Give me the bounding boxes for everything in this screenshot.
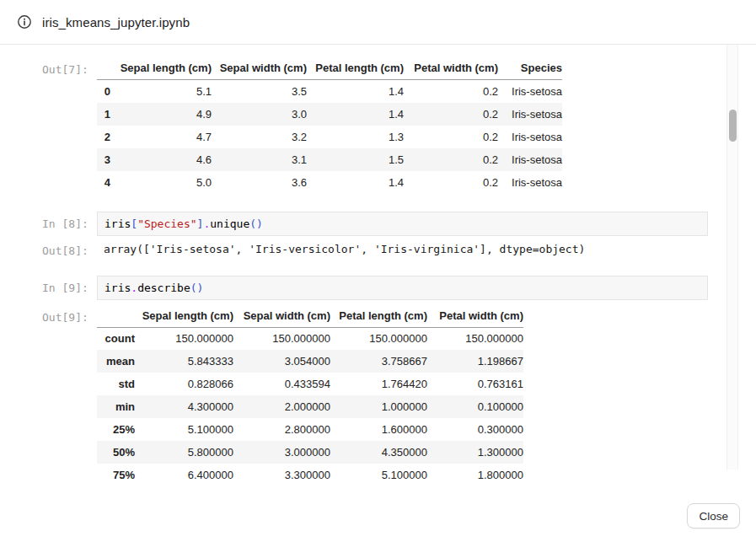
row-index: 50%: [97, 441, 135, 464]
column-header: [97, 307, 135, 328]
column-header: Petal length (cm): [330, 307, 427, 328]
table-cell: 0.2: [404, 126, 498, 148]
table-cell: 0.100000: [427, 395, 523, 418]
table-row: std0.8280660.4335941.7644200.763161: [97, 373, 523, 395]
table-cell: 0.300000: [427, 418, 523, 441]
cell-out7: Out[7]: Sepal length (cm)Sepal width (cm…: [42, 59, 725, 194]
output-prompt: Out[7]:: [42, 59, 97, 76]
table-row: mean5.8433333.0540003.7586671.198667: [97, 350, 523, 373]
table-header-row: Sepal length (cm)Sepal width (cm)Petal l…: [97, 59, 562, 80]
row-index: 3: [97, 148, 110, 171]
row-index: 4: [97, 171, 110, 194]
table-cell: 1.800000: [427, 464, 523, 486]
input-prompt: In [8]:: [42, 212, 97, 230]
table-cell: 3.1: [212, 148, 307, 171]
input-prompt: In [9]:: [42, 276, 97, 294]
table-cell: 1.5: [307, 148, 404, 171]
table-row: 14.93.01.40.2Iris-setosa: [97, 103, 562, 126]
table-cell: 3.0: [212, 103, 307, 126]
info-icon: [17, 14, 32, 30]
table-row: 24.73.21.30.2Iris-setosa: [97, 126, 562, 148]
table-cell: 5.0: [110, 171, 212, 194]
row-index: min: [97, 395, 135, 418]
table-cell: 3.000000: [233, 441, 330, 464]
notebook-preview[interactable]: Out[7]: Sepal length (cm)Sepal width (cm…: [0, 45, 725, 494]
table-cell: 1.600000: [330, 418, 427, 441]
table-cell: 2.800000: [233, 418, 330, 441]
text-output: array(['Iris-setosa', 'Iris-versicolor',…: [97, 243, 585, 255]
table-cell: 5.100000: [135, 418, 233, 441]
table-cell: 0.763161: [427, 373, 523, 395]
table-cell: 1.764420: [330, 373, 427, 395]
table-cell: 0.2: [404, 171, 498, 194]
table-cell: 1.3: [307, 126, 404, 148]
cell-in8: In [8]: iris["Species"].unique(): [42, 212, 725, 236]
code-token: (): [249, 217, 263, 230]
table-cell: 4.9: [110, 103, 212, 126]
table-cell: 4.6: [110, 148, 212, 171]
code-token: iris: [105, 282, 131, 294]
table-cell: 3.758667: [330, 350, 427, 373]
column-header: Species: [498, 59, 562, 80]
table-cell: 150.000000: [330, 327, 427, 350]
table-cell: 2.000000: [233, 395, 330, 418]
modal-header: iris_kmeans_jupyter.ipynb: [0, 0, 756, 45]
table-cell: 150.000000: [135, 327, 233, 350]
table-cell: 4.7: [110, 126, 212, 148]
row-index: mean: [97, 350, 135, 373]
table-cell: 0.828066: [135, 373, 233, 395]
code-token: [: [131, 217, 137, 230]
table-cell: 3.054000: [233, 350, 330, 373]
table-row: 75%6.4000003.3000005.1000001.800000: [97, 464, 523, 486]
table-cell: 0.2: [404, 80, 498, 103]
file-title: iris_kmeans_jupyter.ipynb: [42, 15, 190, 30]
column-header: [97, 59, 110, 80]
row-index: 25%: [97, 418, 135, 441]
table-cell: 3.300000: [233, 464, 330, 486]
code-token: describe: [137, 282, 190, 294]
code-input: iris.describe(): [97, 276, 708, 300]
output-prompt: Out[8]:: [42, 243, 97, 257]
table-cell: 6.400000: [135, 464, 233, 486]
code-token: (): [190, 282, 204, 294]
column-header: Sepal width (cm): [212, 59, 307, 80]
cell-in9: In [9]: iris.describe(): [42, 276, 725, 300]
table-row: 34.63.11.50.2Iris-setosa: [97, 148, 562, 171]
code-input: iris["Species"].unique(): [97, 212, 708, 236]
table-cell: 1.198667: [427, 350, 523, 373]
table-cell: 1.4: [307, 103, 404, 126]
table-cell: 3.2: [212, 126, 307, 148]
scrollbar-thumb[interactable]: [729, 110, 737, 142]
row-index: 1: [97, 103, 110, 126]
table-cell: 1.300000: [427, 441, 523, 464]
table-cell: 0.2: [404, 103, 498, 126]
table-cell: 4.300000: [135, 395, 233, 418]
table-cell: 0.433594: [233, 373, 330, 395]
table-row: 25%5.1000002.8000001.6000000.300000: [97, 418, 523, 441]
output-prompt: Out[9]:: [42, 307, 97, 324]
table-cell: 0.2: [404, 148, 498, 171]
table-cell: 5.1: [110, 80, 212, 103]
column-header: Sepal length (cm): [110, 59, 212, 80]
column-header: Sepal length (cm): [135, 307, 233, 328]
table-cell: 1.4: [307, 171, 404, 194]
row-index: std: [97, 373, 135, 395]
table-row: min4.3000002.0000001.0000000.100000: [97, 395, 523, 418]
table-cell: 3.5: [212, 80, 307, 103]
table-cell: Iris-setosa: [498, 80, 562, 103]
column-header: Petal width (cm): [404, 59, 498, 80]
scrollbar-track[interactable]: [727, 45, 738, 470]
column-header: Petal width (cm): [427, 307, 523, 328]
row-index: 2: [97, 126, 110, 148]
dataframe-describe-table: Sepal length (cm)Sepal width (cm)Petal l…: [97, 307, 523, 487]
table-row: 45.03.61.40.2Iris-setosa: [97, 171, 562, 194]
cell-out8: Out[8]: array(['Iris-setosa', 'Iris-vers…: [42, 243, 725, 257]
table-cell: 1.4: [307, 80, 404, 103]
row-index: count: [97, 327, 135, 350]
column-header: Petal length (cm): [307, 59, 404, 80]
cell-out9: Out[9]: Sepal length (cm)Sepal width (cm…: [42, 307, 725, 487]
table-cell: 5.800000: [135, 441, 233, 464]
code-token: iris: [105, 217, 131, 230]
row-index: 0: [97, 80, 110, 103]
close-button[interactable]: Close: [687, 503, 740, 529]
